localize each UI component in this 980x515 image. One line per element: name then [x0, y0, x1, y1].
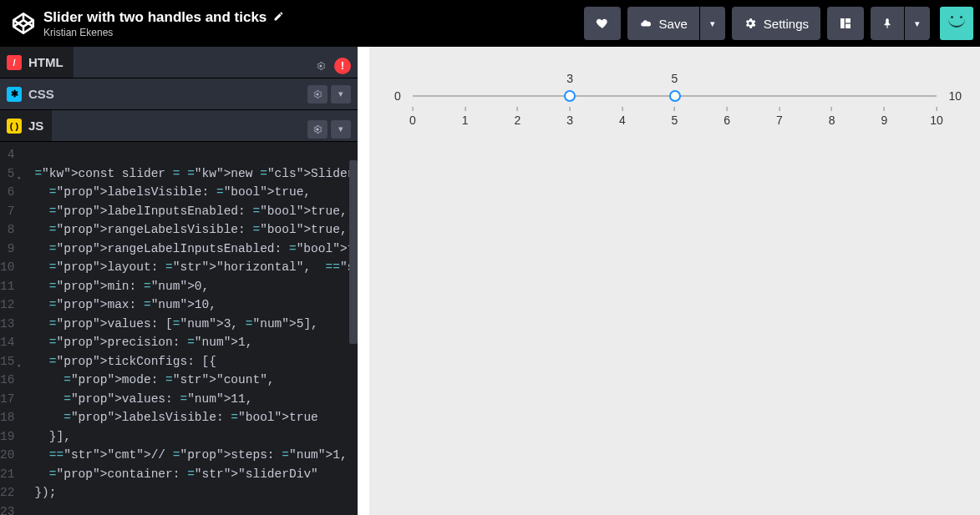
- svg-rect-0: [840, 18, 845, 28]
- js-badge-icon: ( ): [7, 119, 22, 134]
- panel-label-css: CSS: [28, 87, 54, 101]
- slider-tick: 3: [566, 114, 573, 127]
- preview-pane: 35 0 10 012345678910: [369, 47, 980, 515]
- slider-handle-label: 3: [566, 72, 573, 85]
- svg-point-5: [317, 128, 319, 130]
- editor-column: / HTML ! ✱ CSS ▾: [0, 47, 369, 515]
- pen-author[interactable]: Kristian Ekenes: [43, 27, 584, 38]
- codepen-logo[interactable]: [10, 10, 37, 37]
- save-split: Save ▾: [627, 7, 725, 40]
- svg-point-3: [320, 64, 322, 67]
- panel-label-html: HTML: [28, 55, 63, 69]
- edit-title-icon[interactable]: [273, 11, 284, 24]
- slider-tick: 7: [776, 114, 783, 127]
- header: Slider with two handles and ticks Kristi…: [0, 0, 980, 47]
- slider-track[interactable]: [413, 95, 937, 97]
- slider-handle[interactable]: [564, 90, 576, 102]
- settings-label: Settings: [764, 17, 809, 31]
- slider-tick: 4: [619, 114, 626, 127]
- like-button[interactable]: [584, 7, 621, 40]
- avatar[interactable]: [940, 7, 973, 40]
- svg-point-4: [317, 93, 319, 95]
- settings-button[interactable]: Settings: [732, 7, 820, 40]
- pin-dropdown[interactable]: ▾: [905, 7, 930, 40]
- js-chevron-icon[interactable]: ▾: [331, 120, 351, 139]
- slider-handle-label: 5: [672, 72, 678, 85]
- layout-button[interactable]: [827, 7, 864, 40]
- slider-min-label[interactable]: 0: [388, 89, 408, 103]
- pin-button[interactable]: [871, 7, 904, 40]
- slider-tick: 0: [409, 114, 416, 127]
- panel-tab-css[interactable]: ✱ CSS ▾: [0, 78, 358, 110]
- css-chevron-icon[interactable]: ▾: [331, 85, 351, 104]
- save-dropdown[interactable]: ▾: [700, 7, 725, 40]
- svg-rect-2: [845, 24, 851, 28]
- slider-tick: 6: [724, 114, 730, 127]
- slider-max-label[interactable]: 10: [942, 89, 962, 103]
- slider-tick: 1: [462, 114, 469, 127]
- svg-rect-1: [845, 18, 851, 23]
- slider-handle[interactable]: [669, 90, 681, 102]
- css-settings-icon[interactable]: [307, 85, 328, 104]
- panel-label-js: JS: [28, 119, 43, 133]
- slider-tick: 9: [881, 114, 887, 127]
- js-editor[interactable]: 4567891011121314151617181920212223 ="kw"…: [0, 142, 358, 515]
- slider-widget[interactable]: 35 0 10 012345678910: [388, 72, 962, 130]
- slider-tick: 10: [930, 114, 943, 127]
- pin-split: ▾: [871, 7, 930, 40]
- slider-tick: 8: [829, 114, 835, 127]
- html-settings-icon[interactable]: [311, 57, 331, 75]
- js-settings-icon[interactable]: [307, 120, 328, 139]
- css-badge-icon: ✱: [7, 87, 22, 102]
- html-error-badge[interactable]: !: [334, 58, 351, 74]
- save-label: Save: [659, 17, 688, 31]
- slider-tick: 5: [672, 114, 678, 127]
- panel-tab-js[interactable]: ( ) JS ▾: [0, 110, 358, 142]
- panel-tab-html[interactable]: / HTML !: [0, 47, 358, 78]
- scrollbar-thumb[interactable]: [349, 160, 358, 344]
- slider-tick: 2: [514, 114, 520, 127]
- html-badge-icon: /: [7, 55, 22, 70]
- save-button[interactable]: Save: [627, 7, 699, 40]
- pen-title[interactable]: Slider with two handles and ticks: [43, 9, 267, 26]
